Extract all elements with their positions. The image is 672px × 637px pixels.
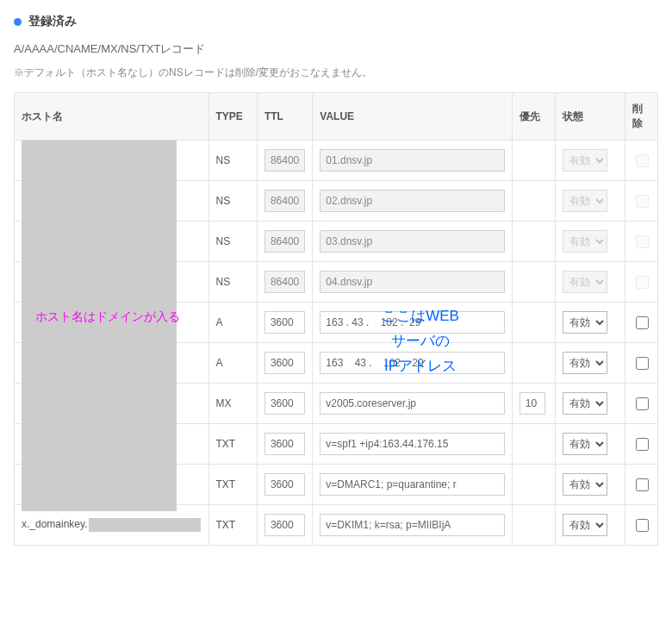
section-title-text: 登録済み <box>28 14 77 29</box>
value-input[interactable] <box>320 433 505 455</box>
cell-ttl <box>257 181 312 222</box>
cell-delete <box>625 424 657 465</box>
cell-ttl <box>257 343 312 384</box>
cell-value <box>313 141 513 181</box>
status-select[interactable]: 有効 <box>563 473 607 496</box>
cell-status: 有効 <box>556 303 625 343</box>
cell-status: 有効 <box>556 384 625 424</box>
cell-delete <box>625 343 657 384</box>
ttl-input[interactable] <box>264 473 305 496</box>
cell-type: TXT <box>208 465 257 505</box>
cell-value <box>313 262 513 303</box>
records-table-wrap: ホスト名はドメインが入る ここはWEB サーバの IPアドレス ホスト名 TYP… <box>14 92 658 546</box>
ttl-input[interactable] <box>264 392 305 415</box>
cell-type: NS <box>208 141 257 181</box>
cell-value <box>313 424 513 465</box>
status-select[interactable]: 有効 <box>563 311 607 334</box>
cell-ttl <box>257 384 312 424</box>
cell-status: 有効 <box>556 343 625 384</box>
cell-delete <box>625 384 657 424</box>
cell-value <box>313 343 513 384</box>
bullet-icon <box>14 18 22 26</box>
delete-checkbox[interactable] <box>636 438 649 451</box>
cell-priority <box>512 465 555 505</box>
value-input[interactable] <box>320 473 505 496</box>
delete-checkbox[interactable] <box>636 397 649 410</box>
header-delete: 削除 <box>625 93 657 141</box>
delete-checkbox <box>636 195 649 208</box>
cell-priority <box>512 141 555 181</box>
ttl-input <box>264 149 305 172</box>
status-select[interactable]: 有効 <box>563 352 607 374</box>
cell-type: A <box>208 343 257 384</box>
cell-priority <box>512 384 555 424</box>
cell-type: NS <box>208 181 257 222</box>
cell-host <box>15 141 209 181</box>
table-row: NS有効 <box>15 141 658 181</box>
cell-ttl <box>257 262 312 303</box>
header-ttl: TTL <box>257 93 312 141</box>
ttl-input[interactable] <box>264 514 305 536</box>
priority-input[interactable] <box>520 392 545 415</box>
cell-status: 有効 <box>556 465 625 505</box>
header-priority: 優先 <box>512 93 555 141</box>
cell-delete <box>625 181 657 222</box>
ttl-input[interactable] <box>264 352 305 374</box>
cell-status: 有効 <box>556 262 625 303</box>
cell-delete <box>625 262 657 303</box>
cell-status: 有効 <box>556 181 625 222</box>
delete-checkbox[interactable] <box>636 316 649 329</box>
host-mask-block <box>22 141 177 511</box>
cell-priority <box>512 303 555 343</box>
cell-ttl <box>257 465 312 505</box>
status-select[interactable]: 有効 <box>563 514 607 536</box>
cell-status: 有効 <box>556 141 625 181</box>
cell-status: 有効 <box>556 505 625 546</box>
cell-type: MX <box>208 384 257 424</box>
header-status: 状態 <box>556 93 625 141</box>
cell-delete <box>625 465 657 505</box>
cell-priority <box>512 424 555 465</box>
host-row-mask <box>89 518 201 532</box>
delete-checkbox <box>636 276 649 289</box>
cell-type: NS <box>208 222 257 262</box>
cell-type: TXT <box>208 505 257 546</box>
cell-ttl <box>257 303 312 343</box>
cell-value <box>313 505 513 546</box>
cell-priority <box>512 181 555 222</box>
host-text: x._domainkey. <box>22 518 87 530</box>
delete-checkbox[interactable] <box>636 478 649 491</box>
ttl-input <box>264 271 305 293</box>
header-host: ホスト名 <box>15 93 209 141</box>
value-input[interactable] <box>320 352 505 374</box>
cell-type: TXT <box>208 424 257 465</box>
value-input[interactable] <box>320 311 505 334</box>
section-title: 登録済み <box>14 14 658 29</box>
cell-priority <box>512 262 555 303</box>
status-select[interactable]: 有効 <box>563 433 607 455</box>
ttl-input <box>264 190 305 212</box>
cell-value <box>313 465 513 505</box>
value-input <box>320 230 505 253</box>
cell-type: NS <box>208 262 257 303</box>
value-input <box>320 271 505 293</box>
cell-ttl <box>257 505 312 546</box>
delete-checkbox[interactable] <box>636 357 649 370</box>
delete-checkbox[interactable] <box>636 519 649 532</box>
cell-value <box>313 181 513 222</box>
value-input[interactable] <box>320 392 505 415</box>
value-input[interactable] <box>320 514 505 536</box>
status-select: 有効 <box>563 149 607 172</box>
status-select[interactable]: 有効 <box>563 392 607 415</box>
value-input <box>320 149 505 172</box>
header-type: TYPE <box>208 93 257 141</box>
ttl-input[interactable] <box>264 311 305 334</box>
cell-value <box>313 222 513 262</box>
ttl-input[interactable] <box>264 433 305 455</box>
cell-priority <box>512 505 555 546</box>
cell-priority <box>512 222 555 262</box>
cell-value <box>313 384 513 424</box>
status-select: 有効 <box>563 230 607 253</box>
delete-checkbox <box>636 154 649 167</box>
cell-delete <box>625 505 657 546</box>
